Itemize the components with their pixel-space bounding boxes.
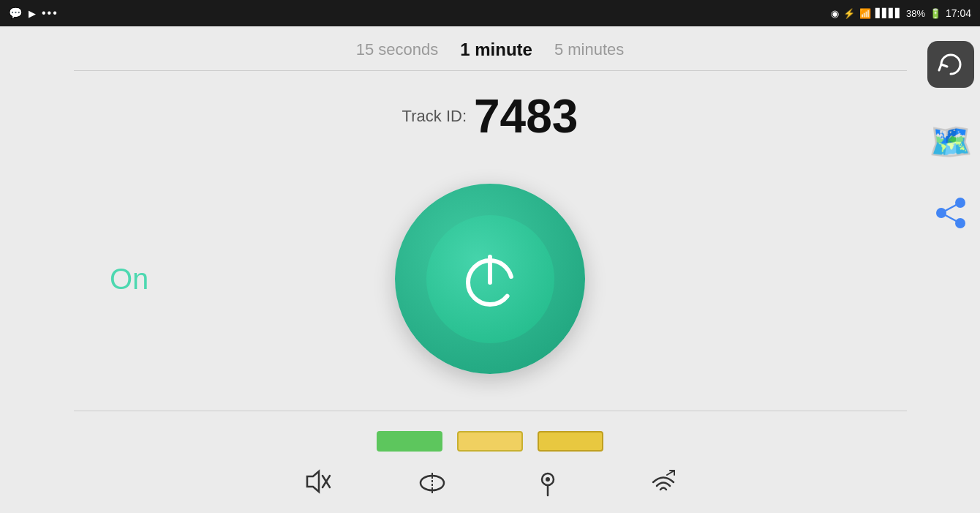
status-bar-left: 💬 ▶ ••• [9,7,59,20]
location-pin-icon[interactable] [534,469,562,500]
tab-1-minute[interactable]: 1 minute [460,40,532,60]
status-bar-right: ◉ ⚡ 📶 ▋▋▋▋ 38% 🔋 17:04 [831,7,971,19]
map-button[interactable]: 🗺️ [929,124,973,160]
more-icon: ••• [42,7,59,20]
bottom-divider [74,411,907,411]
message-icon: 💬 [9,7,23,20]
share-button[interactable] [934,196,968,233]
svg-line-14 [941,203,960,213]
tab-15-seconds[interactable]: 15 seconds [356,40,439,59]
track-id-row: Track ID: 7483 [0,71,980,147]
battery-bar-yellow2 [538,431,603,452]
power-button-inner [426,215,554,343]
right-sidebar: 🗺️ [921,26,980,513]
wifi-icon: 📶 [859,8,871,19]
track-id-value: 7483 [474,93,578,140]
center-section: On [0,147,980,411]
mute-icon[interactable] [303,468,331,501]
play-icon: ▶ [29,8,36,19]
wifi-arrow-icon[interactable] [649,469,677,500]
battery-bar-yellow1 [457,431,523,452]
battery-percent: 38% [906,8,925,19]
main-content: 15 seconds 1 minute 5 minutes Track ID: … [0,26,980,513]
svg-marker-2 [307,471,319,492]
track-id-label: Track ID: [402,107,467,126]
svg-line-15 [941,213,960,223]
status-bar: 💬 ▶ ••• ◉ ⚡ 📶 ▋▋▋▋ 38% 🔋 17:04 [0,0,980,26]
bluetooth-icon: ⚡ [843,8,855,19]
status-time: 17:04 [946,7,971,19]
power-icon [453,242,527,315]
power-state-label: On [110,263,148,296]
battery-bar-green [377,431,442,452]
power-button[interactable] [395,184,585,374]
svg-point-8 [546,477,550,482]
oval-icon[interactable] [418,469,446,500]
bottom-icons [0,459,980,513]
battery-indicators [0,420,980,459]
battery-icon: 🔋 [930,8,941,19]
interval-tabs: 15 seconds 1 minute 5 minutes [0,26,980,70]
location-icon: ◉ [831,8,839,19]
tab-5-minutes[interactable]: 5 minutes [554,40,624,59]
signal-icon: ▋▋▋▋ [875,8,902,18]
refresh-button[interactable] [927,41,974,88]
